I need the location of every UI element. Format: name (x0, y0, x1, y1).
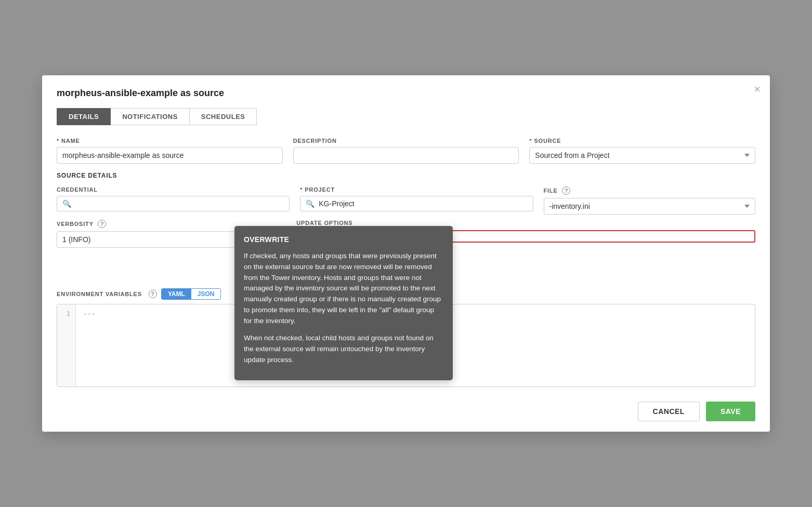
modal-footer: CANCEL SAVE (57, 392, 755, 432)
cancel-button[interactable]: CANCEL (638, 402, 700, 421)
tooltip-para2: When not checked, local child hosts and … (244, 333, 443, 366)
credential-label: CREDENTIAL (57, 186, 290, 193)
modal-overlay: × morpheus-ansible-example as source DET… (0, 0, 812, 507)
yaml-json-toggle: YAML JSON (161, 288, 221, 300)
file-group: FILE ? -inventory.ini (544, 186, 756, 215)
source-select[interactable]: Sourced from a Project From a Project Ma… (529, 147, 755, 164)
name-required: * (57, 138, 59, 144)
json-toggle[interactable]: JSON (191, 289, 221, 299)
file-label: FILE ? (544, 186, 756, 195)
overwrite-tooltip: OVERWRITE If checked, any hosts and grou… (234, 226, 453, 380)
name-label: *NAME (57, 138, 283, 144)
env-vars-help-icon[interactable]: ? (149, 290, 157, 298)
source-group: *SOURCE Sourced from a Project From a Pr… (529, 138, 755, 164)
project-input[interactable] (319, 199, 527, 208)
file-help-icon[interactable]: ? (562, 186, 570, 195)
source-required: * (529, 138, 532, 144)
name-input[interactable] (57, 147, 283, 164)
tab-schedules[interactable]: SCHEDULES (189, 108, 257, 125)
tab-details[interactable]: DETAILS (57, 108, 111, 125)
project-required: * (300, 186, 303, 193)
update-options-label: UPDATE OPTIONS (296, 220, 755, 226)
credential-input[interactable] (75, 199, 284, 208)
project-search-icon: 🔍 (306, 199, 315, 208)
line-numbers: 1 (57, 304, 76, 386)
tab-notifications[interactable]: NOTIFICATIONS (110, 108, 190, 125)
search-icon: 🔍 (62, 199, 71, 208)
file-select[interactable]: -inventory.ini (544, 198, 756, 215)
verbosity-help-icon[interactable]: ? (98, 220, 106, 228)
credential-group: CREDENTIAL 🔍 (57, 186, 290, 211)
project-label: *PROJECT (300, 186, 533, 193)
main-fields-row: *NAME DESCRIPTION *SOURCE Sourced from a… (57, 138, 755, 164)
description-input[interactable] (293, 147, 519, 164)
tooltip-para1: If checked, any hosts and groups that we… (244, 251, 443, 327)
close-button[interactable]: × (754, 84, 761, 95)
save-button[interactable]: SAVE (706, 402, 755, 421)
source-details-header: SOURCE DETAILS (57, 172, 755, 179)
tabs-container: DETAILS NOTIFICATIONS SCHEDULES (57, 108, 755, 125)
description-group: DESCRIPTION (293, 138, 519, 164)
yaml-toggle[interactable]: YAML (162, 289, 191, 299)
project-search-wrap[interactable]: 🔍 (300, 196, 533, 211)
tooltip-title: OVERWRITE (244, 234, 443, 246)
description-label: DESCRIPTION (293, 138, 519, 144)
source-label: *SOURCE (529, 138, 755, 144)
name-group: *NAME (57, 138, 283, 164)
modal-container: × morpheus-ansible-example as source DET… (42, 75, 770, 432)
credential-search-wrap[interactable]: 🔍 (57, 196, 290, 211)
project-group: *PROJECT 🔍 (300, 186, 533, 211)
modal-title: morpheus-ansible-example as source (57, 88, 755, 99)
source-details-row: CREDENTIAL 🔍 *PROJECT 🔍 FILE ? (57, 186, 755, 215)
